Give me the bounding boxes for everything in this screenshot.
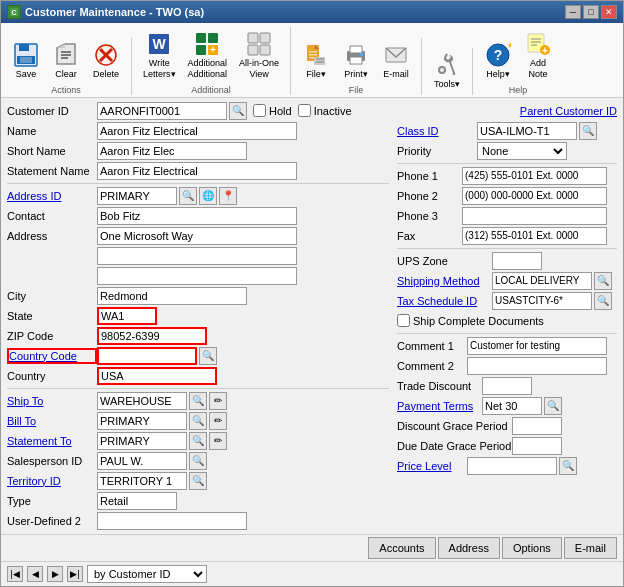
write-letters-button[interactable]: W WriteLetters▾: [138, 27, 181, 83]
ship-to-lookup-button[interactable]: 🔍: [189, 392, 207, 410]
tax-schedule-link[interactable]: Tax Schedule ID: [397, 295, 492, 307]
minimize-button[interactable]: ─: [565, 5, 581, 19]
country-code-link[interactable]: Country Code: [7, 348, 97, 364]
discount-grace-label: Discount Grace Period: [397, 420, 512, 432]
parent-customer-id-link[interactable]: Parent Customer ID: [520, 105, 617, 117]
territory-input[interactable]: [97, 472, 187, 490]
statement-to-link[interactable]: Statement To: [7, 435, 97, 447]
comment1-input[interactable]: [467, 337, 607, 355]
ship-to-input[interactable]: [97, 392, 187, 410]
trade-discount-input[interactable]: [482, 377, 532, 395]
shipping-method-input[interactable]: [492, 272, 592, 290]
all-in-one-button[interactable]: All-in-OneView: [234, 27, 284, 83]
nav-last-button[interactable]: ▶|: [67, 566, 83, 582]
ship-to-edit-button[interactable]: ✏: [209, 392, 227, 410]
close-button[interactable]: ✕: [601, 5, 617, 19]
app-icon: C: [7, 5, 21, 19]
bill-to-link[interactable]: Bill To: [7, 415, 97, 427]
discount-grace-input[interactable]: [512, 417, 562, 435]
payment-terms-link[interactable]: Payment Terms: [397, 400, 482, 412]
shipping-method-lookup-button[interactable]: 🔍: [594, 272, 612, 290]
address-id-link[interactable]: Address ID: [7, 190, 97, 202]
country-code-lookup-button[interactable]: 🔍: [199, 347, 217, 365]
nav-next-button[interactable]: ▶: [47, 566, 63, 582]
delete-button[interactable]: Delete: [87, 38, 125, 83]
address-map-button[interactable]: 📍: [219, 187, 237, 205]
comment2-input[interactable]: [467, 357, 607, 375]
additional-label: AdditionalAdditional: [188, 58, 228, 80]
address-id-input[interactable]: [97, 187, 177, 205]
bill-to-lookup-button[interactable]: 🔍: [189, 412, 207, 430]
statement-name-input[interactable]: [97, 162, 297, 180]
hold-checkbox[interactable]: [253, 104, 266, 117]
tax-schedule-row: Tax Schedule ID 🔍: [397, 292, 617, 310]
tax-schedule-lookup-button[interactable]: 🔍: [594, 292, 612, 310]
maximize-button[interactable]: □: [583, 5, 599, 19]
clear-button[interactable]: Clear: [47, 38, 85, 83]
bill-to-input[interactable]: [97, 412, 187, 430]
user-defined2-input[interactable]: [97, 512, 247, 530]
statement-to-input[interactable]: [97, 432, 187, 450]
save-button[interactable]: Save: [7, 38, 45, 83]
print-button[interactable]: Print▾: [337, 38, 375, 83]
phone2-input[interactable]: [462, 187, 607, 205]
payment-terms-input[interactable]: [482, 397, 542, 415]
contact-input[interactable]: [97, 207, 297, 225]
address-line2-input[interactable]: [97, 247, 297, 265]
zip-input[interactable]: [97, 327, 207, 345]
ups-zone-input[interactable]: [492, 252, 542, 270]
shipping-method-row: Shipping Method 🔍: [397, 272, 617, 290]
nav-sort-select[interactable]: by Customer ID by Name by Short Name: [87, 565, 207, 583]
nav-first-button[interactable]: |◀: [7, 566, 23, 582]
options-tab[interactable]: Options: [502, 537, 562, 559]
svg-text:+: +: [210, 44, 216, 55]
salesperson-input[interactable]: [97, 452, 187, 470]
class-id-link[interactable]: Class ID: [397, 125, 477, 137]
address-line3-input[interactable]: [97, 267, 297, 285]
due-date-grace-input[interactable]: [512, 437, 562, 455]
customer-id-lookup-button[interactable]: 🔍: [229, 102, 247, 120]
email-ribbon-button[interactable]: E-mail: [377, 38, 415, 83]
tax-schedule-input[interactable]: [492, 292, 592, 310]
state-input[interactable]: [97, 307, 157, 325]
fax-input[interactable]: [462, 227, 607, 245]
statement-to-lookup-button[interactable]: 🔍: [189, 432, 207, 450]
payment-terms-lookup-button[interactable]: 🔍: [544, 397, 562, 415]
country-input[interactable]: [97, 367, 217, 385]
address-id-lookup-button[interactable]: 🔍: [179, 187, 197, 205]
priority-select[interactable]: None: [477, 142, 567, 160]
address-globe-button[interactable]: 🌐: [199, 187, 217, 205]
phone1-input[interactable]: [462, 167, 607, 185]
phone3-input[interactable]: [462, 207, 607, 225]
statement-to-edit-button[interactable]: ✏: [209, 432, 227, 450]
customer-id-input[interactable]: [97, 102, 227, 120]
help-button[interactable]: ? ★ Help▾: [479, 38, 517, 83]
ship-complete-checkbox[interactable]: [397, 314, 410, 327]
nav-prev-button[interactable]: ◀: [27, 566, 43, 582]
short-name-input[interactable]: [97, 142, 247, 160]
tools-button[interactable]: Tools▾: [428, 48, 466, 93]
bill-to-edit-button[interactable]: ✏: [209, 412, 227, 430]
address-tab[interactable]: Address: [438, 537, 500, 559]
class-id-input[interactable]: [477, 122, 577, 140]
price-level-link[interactable]: Price Level: [397, 460, 467, 472]
email-tab[interactable]: E-mail: [564, 537, 617, 559]
inactive-checkbox[interactable]: [298, 104, 311, 117]
name-input[interactable]: [97, 122, 297, 140]
type-input[interactable]: [97, 492, 177, 510]
accounts-tab[interactable]: Accounts: [368, 537, 435, 559]
price-level-input[interactable]: [467, 457, 557, 475]
shipping-method-link[interactable]: Shipping Method: [397, 275, 492, 287]
file-button[interactable]: File▾: [297, 38, 335, 83]
price-level-lookup-button[interactable]: 🔍: [559, 457, 577, 475]
address-line1-input[interactable]: [97, 227, 297, 245]
territory-lookup-button[interactable]: 🔍: [189, 472, 207, 490]
class-id-lookup-button[interactable]: 🔍: [579, 122, 597, 140]
add-note-button[interactable]: + AddNote: [519, 27, 557, 83]
salesperson-lookup-button[interactable]: 🔍: [189, 452, 207, 470]
additional-button[interactable]: + AdditionalAdditional: [183, 27, 233, 83]
country-code-input[interactable]: [97, 347, 197, 365]
ship-to-link[interactable]: Ship To: [7, 395, 97, 407]
territory-link[interactable]: Territory ID: [7, 475, 97, 487]
city-input[interactable]: [97, 287, 247, 305]
